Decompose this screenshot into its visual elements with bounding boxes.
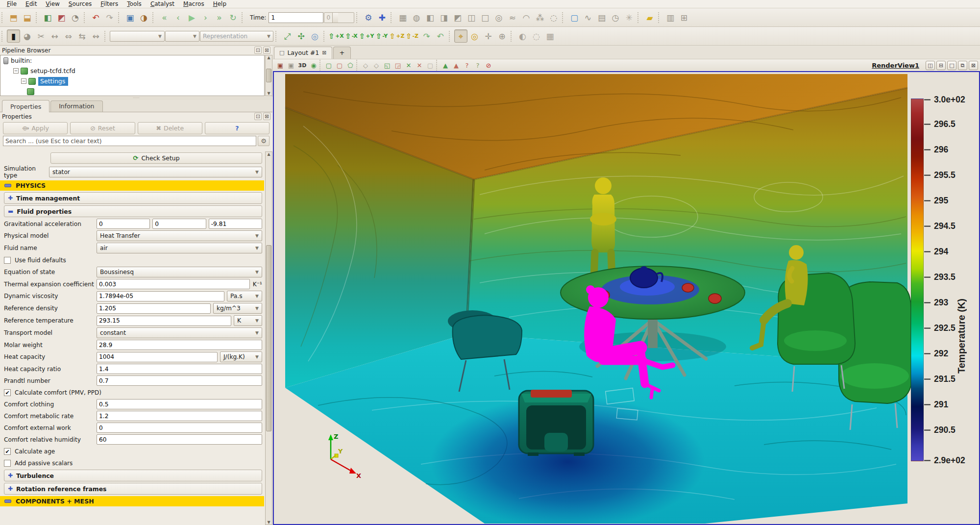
header-components-mesh[interactable]: COMPONENTS + MESH (0, 496, 264, 506)
hover-points-icon[interactable]: ? (472, 60, 483, 71)
section-turbulence[interactable]: ✚Turbulence (4, 470, 262, 481)
pipeline-item-builtin-[interactable]: builtin: (0, 55, 264, 66)
reference-temperature-input[interactable] (97, 316, 231, 326)
gravitational-acceleration-input-0[interactable] (97, 219, 150, 229)
tree-expander-icon[interactable]: − (21, 78, 26, 84)
view-minus-x-button[interactable]: ⇧-X (344, 30, 359, 43)
color-by-combo[interactable]: ▼ (110, 31, 165, 42)
menu-catalyst[interactable]: Catalyst (147, 0, 178, 8)
undock-icon[interactable]: ⊡ (254, 113, 262, 120)
menu-sources[interactable]: Sources (65, 0, 96, 8)
grow-selection-icon[interactable]: ◲ (392, 60, 403, 71)
select-points-rectangle-icon[interactable]: ▢ (334, 60, 345, 71)
view-minus-y-button[interactable]: ⇧-Y (374, 30, 389, 43)
next-frame-icon[interactable]: › (199, 11, 212, 24)
pipeline-scrollbar[interactable]: ▲ ▼ (265, 55, 272, 96)
spin-buttons[interactable] (332, 13, 338, 23)
show-orientation-axes-icon[interactable]: ⌖ (454, 29, 467, 43)
dynamic-viscosity-unit-combo[interactable]: Pa.s▼ (227, 291, 262, 301)
rescale-temporal-icon[interactable]: ⇆ (75, 29, 89, 43)
plot-over-time-icon[interactable]: ◷ (609, 11, 622, 24)
warp-icon[interactable]: ◠ (519, 11, 533, 24)
capture-screenshot-icon[interactable]: ▣ (275, 60, 286, 71)
menu-help[interactable]: Help (209, 0, 230, 8)
heat-capacity-ratio-input[interactable] (97, 364, 262, 374)
thermal-expansion-coefficient-input[interactable] (97, 279, 250, 289)
texture-mode-icon[interactable]: ▦ (543, 29, 557, 43)
disconnect-icon[interactable]: ◩ (55, 11, 68, 24)
open-file-icon[interactable]: ⬒ (7, 11, 20, 24)
maximize-view-icon[interactable]: □ (947, 61, 956, 70)
adjust-camera-icon[interactable]: ◉ (308, 60, 319, 71)
menu-view[interactable]: View (42, 0, 63, 8)
rescale-to-data-icon[interactable]: ↔ (48, 29, 61, 43)
pick-center-icon[interactable]: ✛ (482, 29, 495, 43)
auto-apply-icon[interactable]: ▣ (123, 11, 137, 24)
tab-properties[interactable]: Properties (2, 100, 49, 112)
menu-edit[interactable]: Edit (22, 0, 41, 8)
comfort-clothing-input[interactable] (97, 399, 262, 409)
split-view-horizontal-icon[interactable]: ◫ (926, 61, 935, 70)
menu-tools[interactable]: Tools (123, 0, 146, 8)
find-data-icon[interactable]: ▢ (567, 11, 581, 24)
scroll-up-icon[interactable]: ▲ (267, 152, 270, 156)
fluid-name-combo[interactable]: air▼ (97, 243, 262, 253)
symmetry-icon[interactable]: ✳ (622, 11, 636, 24)
select-points-frustum-icon[interactable]: ◇ (371, 60, 382, 71)
view-plus-z-button[interactable]: ⇧+Z (390, 30, 404, 43)
rescale-visible-icon[interactable]: ↭ (89, 29, 102, 43)
save-data-icon[interactable]: ⬓ (21, 11, 34, 24)
redo-icon[interactable]: ↷ (103, 11, 116, 24)
color-legend-bar[interactable] (911, 99, 924, 461)
menu-file[interactable]: File (3, 0, 21, 8)
zoom-to-box-icon[interactable]: ◎ (308, 29, 321, 43)
representation-combo[interactable]: Representation▼ (200, 31, 273, 42)
heat-capacity-input[interactable] (97, 352, 218, 362)
glyph-icon[interactable]: ⁂ (533, 11, 546, 24)
molar-weight-input[interactable] (97, 340, 262, 350)
previous-frame-icon[interactable]: ‹ (172, 11, 185, 24)
reference-density-unit-combo[interactable]: kg/m^3▼ (213, 303, 262, 314)
scroll-up-icon[interactable]: ▲ (267, 55, 270, 60)
panel-splitter[interactable]: ······ (0, 97, 272, 100)
group-datasets-icon[interactable]: ◌ (547, 11, 560, 24)
search-options-gear-icon[interactable]: ⚙ (258, 136, 270, 146)
section-fluid-properties[interactable]: ▬Fluid properties (4, 205, 262, 217)
connect-icon[interactable]: ◧ (41, 11, 54, 24)
interactive-select-cells-icon[interactable]: ▲ (440, 60, 451, 71)
transport-model-combo[interactable]: constant▼ (97, 327, 262, 338)
tab-information[interactable]: Information (50, 100, 102, 112)
hover-cells-icon[interactable]: ? (462, 60, 472, 71)
clear-selection-icon[interactable]: ⊘ (483, 60, 494, 71)
scroll-thumb[interactable] (266, 69, 271, 82)
comfort-relative-humidity-input[interactable] (97, 434, 262, 445)
detach-view-icon[interactable]: ⧉ (958, 61, 967, 70)
subtract-selection-icon[interactable]: ✕ (414, 60, 425, 71)
slice-icon[interactable]: ◨ (437, 11, 450, 24)
frame-spinbox[interactable]: 0 (324, 12, 354, 23)
select-cells-polygon-icon[interactable]: ⬠ (345, 60, 356, 71)
first-frame-icon[interactable]: « (158, 11, 171, 24)
add-color-legend-icon[interactable]: ⊞ (677, 11, 690, 24)
toggle-color-legend-icon[interactable]: ▮ (7, 29, 20, 43)
pipeline-item-settings[interactable]: −Settings (0, 76, 264, 86)
reset-button[interactable]: ⊘Reset (70, 122, 135, 134)
render-viewport[interactable]: Z Y X Temperature (K) 3.0e+02296.5296295… (273, 71, 980, 525)
time-input[interactable] (269, 12, 323, 23)
reset-session-icon[interactable]: ◔ (69, 11, 82, 24)
close-view-icon[interactable]: ⊠ (969, 61, 978, 70)
section-rotation-reference-frames[interactable]: ✚Rotation reference frames (4, 483, 262, 495)
menu-filters[interactable]: Filters (97, 0, 122, 8)
edit-color-map-icon[interactable]: ◕ (21, 29, 34, 43)
tree-expander-icon[interactable]: − (13, 68, 19, 74)
layout-tab[interactable]: □ Layout #1 ⊠ (274, 47, 332, 59)
component-combo[interactable]: ▼ (165, 31, 199, 42)
load-palette-icon[interactable]: ◑ (137, 11, 150, 24)
gravitational-acceleration-input-1[interactable] (152, 219, 206, 229)
color-legend-title[interactable]: Temperature (K) (956, 212, 967, 374)
section-time-management[interactable]: ✚Time management (4, 192, 262, 204)
separate-color-map-icon[interactable]: ✂ (34, 29, 48, 43)
reference-temperature-unit-combo[interactable]: K▼ (234, 315, 262, 326)
loop-icon[interactable]: ↻ (226, 11, 240, 24)
camera-spin-icon[interactable]: ◌ (530, 29, 543, 43)
